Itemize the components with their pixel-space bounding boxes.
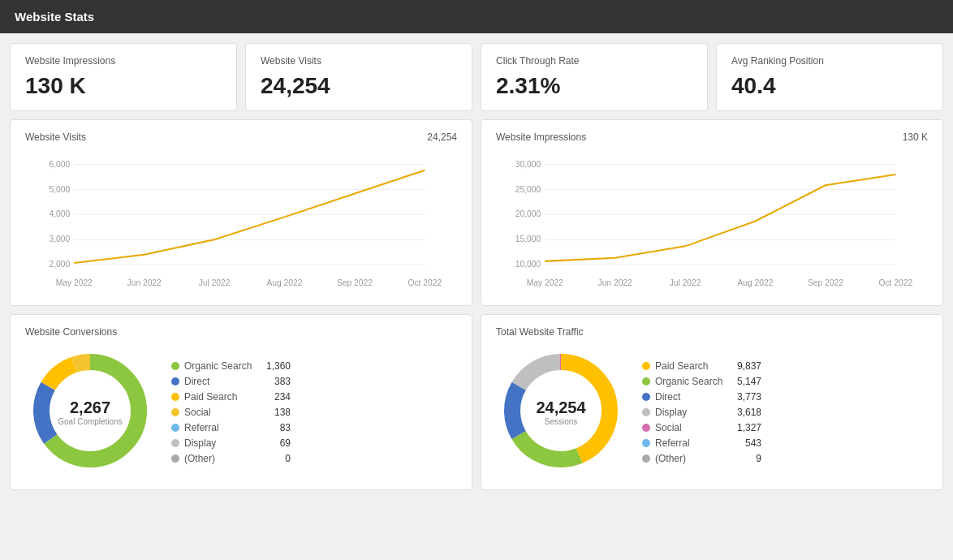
stat-label-1: Website Visits bbox=[261, 55, 457, 67]
traffic-total: 24,254 bbox=[536, 398, 585, 417]
svg-text:May 2022: May 2022 bbox=[527, 278, 563, 287]
legend-value-0: 9,837 bbox=[733, 360, 761, 372]
impressions-chart-svg-wrap: 30,000 25,000 20,000 15,000 10,000 May 2… bbox=[496, 148, 928, 294]
legend-value-1: 383 bbox=[262, 376, 291, 387]
svg-text:Jul 2022: Jul 2022 bbox=[670, 278, 701, 287]
svg-text:15,000: 15,000 bbox=[515, 235, 541, 243]
legend-value-2: 3,773 bbox=[733, 391, 761, 403]
impressions-line-chart: 30,000 25,000 20,000 15,000 10,000 May 2… bbox=[496, 148, 928, 294]
bottom-row: Website Conversions bbox=[10, 314, 943, 490]
conversions-total: 2,267 bbox=[58, 398, 122, 417]
conversions-card: Website Conversions bbox=[10, 314, 472, 490]
stat-value-0: 130 K bbox=[25, 73, 222, 99]
legend-dot-0 bbox=[642, 362, 650, 370]
stats-row: Website Impressions 130 K Website Visits… bbox=[10, 43, 943, 111]
stat-label-2: Click Through Rate bbox=[496, 55, 692, 67]
dashboard: Website Impressions 130 K Website Visits… bbox=[0, 33, 953, 500]
conversions-legend: Organic Search 1,360 Direct 383 Paid Sea… bbox=[171, 360, 291, 464]
legend-dot-5 bbox=[642, 439, 650, 447]
stat-value-3: 40.4 bbox=[731, 73, 928, 99]
legend-dot-1 bbox=[642, 377, 650, 386]
legend-item-0: Organic Search 1,360 bbox=[171, 360, 291, 372]
svg-text:Aug 2022: Aug 2022 bbox=[738, 278, 774, 287]
legend-name-2: Direct bbox=[655, 391, 728, 403]
legend-value-6: 0 bbox=[262, 453, 291, 464]
legend-dot-4 bbox=[642, 424, 650, 432]
legend-name-0: Paid Search bbox=[655, 360, 728, 372]
page-title: Website Stats bbox=[15, 10, 94, 24]
legend-item-0: Paid Search 9,837 bbox=[642, 360, 761, 372]
visits-chart-total: 24,254 bbox=[427, 131, 457, 143]
legend-value-1: 5,147 bbox=[733, 376, 761, 387]
legend-dot-1 bbox=[171, 377, 179, 386]
legend-name-1: Organic Search bbox=[655, 376, 728, 387]
impressions-chart-total: 130 K bbox=[903, 131, 928, 143]
conversions-subtitle: Goal Completions bbox=[58, 417, 122, 426]
legend-value-3: 138 bbox=[262, 407, 291, 418]
svg-text:Oct 2022: Oct 2022 bbox=[878, 278, 912, 287]
legend-value-2: 234 bbox=[262, 391, 291, 403]
traffic-title: Total Website Traffic bbox=[496, 326, 928, 338]
traffic-center: 24,254 Sessions bbox=[536, 398, 585, 426]
svg-text:5,000: 5,000 bbox=[49, 185, 70, 194]
svg-text:6,000: 6,000 bbox=[49, 160, 70, 169]
legend-name-3: Social bbox=[184, 407, 257, 418]
svg-text:20,000: 20,000 bbox=[515, 209, 541, 218]
legend-dot-3 bbox=[171, 408, 179, 416]
legend-name-6: (Other) bbox=[655, 453, 728, 464]
impressions-chart-title: Website Impressions bbox=[496, 131, 928, 143]
svg-text:Sep 2022: Sep 2022 bbox=[337, 278, 373, 287]
visits-line-chart: 6,000 5,000 4,000 3,000 2,000 May 2022 J… bbox=[25, 148, 457, 294]
legend-name-5: Display bbox=[184, 437, 257, 449]
legend-item-6: (Other) 0 bbox=[171, 453, 291, 464]
legend-item-3: Social 138 bbox=[171, 407, 291, 418]
legend-item-1: Organic Search 5,147 bbox=[642, 376, 761, 387]
legend-dot-2 bbox=[171, 393, 179, 401]
stat-label-0: Website Impressions bbox=[25, 55, 222, 67]
legend-value-4: 1,327 bbox=[733, 422, 761, 433]
legend-name-3: Display bbox=[655, 407, 728, 418]
legend-value-3: 3,618 bbox=[733, 407, 761, 418]
impressions-chart-card: Website Impressions 130 K 30,000 25,000 … bbox=[481, 119, 943, 306]
legend-item-5: Display 69 bbox=[171, 437, 291, 449]
legend-name-5: Referral bbox=[655, 437, 728, 449]
legend-dot-2 bbox=[642, 393, 650, 401]
traffic-subtitle: Sessions bbox=[536, 417, 585, 426]
legend-item-6: (Other) 9 bbox=[642, 453, 761, 464]
svg-text:May 2022: May 2022 bbox=[56, 278, 93, 287]
svg-text:Jun 2022: Jun 2022 bbox=[127, 278, 162, 287]
svg-text:10,000: 10,000 bbox=[515, 260, 541, 269]
svg-text:Jul 2022: Jul 2022 bbox=[199, 278, 231, 287]
legend-name-2: Paid Search bbox=[184, 391, 257, 403]
legend-dot-6 bbox=[642, 454, 650, 463]
traffic-card: Total Website Traffic bbox=[481, 314, 943, 490]
svg-text:Jun 2022: Jun 2022 bbox=[598, 278, 633, 287]
stat-value-2: 2.31% bbox=[496, 73, 692, 99]
stat-value-1: 24,254 bbox=[261, 73, 457, 99]
legend-name-0: Organic Search bbox=[184, 360, 257, 372]
conversions-content: 2,267 Goal Completions Organic Search 1,… bbox=[25, 346, 457, 478]
legend-item-3: Display 3,618 bbox=[642, 407, 761, 418]
stat-card-1: Website Visits 24,254 bbox=[245, 43, 472, 111]
visits-chart-title: Website Visits bbox=[25, 131, 457, 143]
stat-card-0: Website Impressions 130 K bbox=[10, 43, 237, 111]
legend-dot-3 bbox=[642, 408, 650, 416]
legend-name-4: Social bbox=[655, 422, 728, 433]
traffic-content: 24,254 Sessions Paid Search 9,837 Organi… bbox=[496, 346, 928, 478]
legend-item-2: Paid Search 234 bbox=[171, 391, 291, 403]
svg-text:30,000: 30,000 bbox=[515, 160, 541, 169]
conversions-title: Website Conversions bbox=[25, 326, 457, 338]
svg-text:2,000: 2,000 bbox=[49, 260, 70, 269]
legend-name-4: Referral bbox=[184, 422, 257, 433]
legend-item-1: Direct 383 bbox=[171, 376, 291, 387]
conversions-donut-wrap: 2,267 Goal Completions bbox=[25, 346, 155, 478]
legend-item-4: Social 1,327 bbox=[642, 422, 761, 433]
legend-item-4: Referral 83 bbox=[171, 422, 291, 433]
stat-label-3: Avg Ranking Position bbox=[731, 55, 928, 67]
legend-value-6: 9 bbox=[733, 453, 761, 464]
visits-chart-card: Website Visits 24,254 6,000 5,000 4,000 … bbox=[10, 119, 472, 306]
traffic-legend: Paid Search 9,837 Organic Search 5,147 D… bbox=[642, 360, 761, 464]
stat-card-2: Click Through Rate 2.31% bbox=[481, 43, 708, 111]
svg-text:Aug 2022: Aug 2022 bbox=[267, 278, 303, 287]
legend-name-1: Direct bbox=[184, 376, 257, 387]
